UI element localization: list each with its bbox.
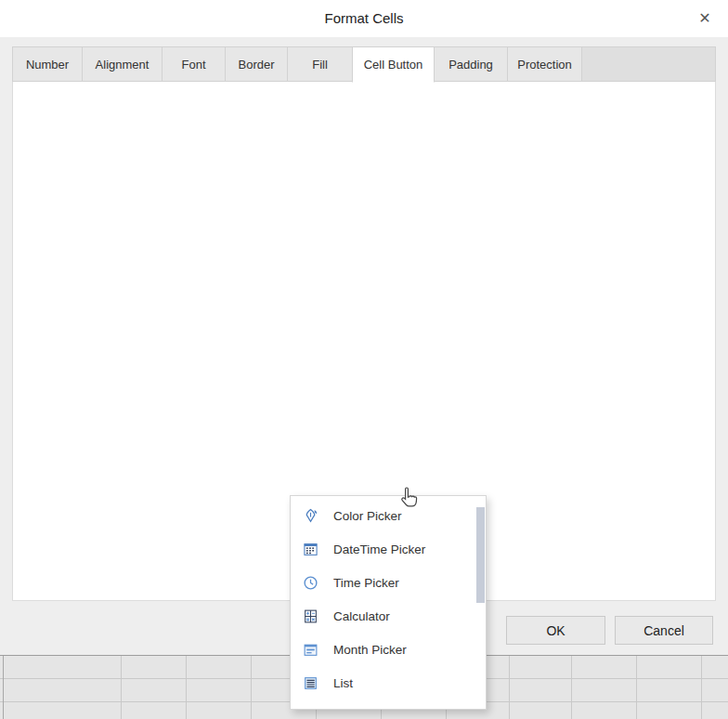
format-cells-dialog: Format Cells ✕ Number Alignment Font Bor… bbox=[0, 0, 728, 719]
command-dropdown-popup: Color Picker DateTime Picker Time Picker bbox=[290, 495, 487, 710]
slider-icon bbox=[303, 709, 318, 711]
dialog-title: Format Cells bbox=[0, 0, 728, 37]
time-picker-icon bbox=[303, 575, 318, 591]
grid-column-line bbox=[636, 656, 637, 719]
tab-fill[interactable]: Fill bbox=[287, 46, 353, 82]
dropdown-item-label: Slider bbox=[333, 710, 366, 711]
tab-protection[interactable]: Protection bbox=[507, 46, 582, 82]
cancel-button[interactable]: Cancel bbox=[615, 616, 713, 645]
dropdown-item-label: DateTime Picker bbox=[333, 543, 425, 556]
tab-strip: Number Alignment Font Border Fill Cell B… bbox=[12, 46, 716, 82]
grid-column-line bbox=[251, 656, 252, 719]
grid-column-line bbox=[571, 656, 572, 719]
calculator-icon bbox=[303, 608, 318, 624]
color-picker-icon bbox=[303, 508, 318, 524]
dropdown-item-time-picker[interactable]: Time Picker bbox=[291, 566, 486, 599]
month-picker-icon bbox=[303, 642, 318, 658]
grid-column-line bbox=[121, 656, 122, 719]
dropdown-item-label: Month Picker bbox=[333, 643, 407, 657]
tab-border[interactable]: Border bbox=[225, 46, 288, 82]
tab-number[interactable]: Number bbox=[12, 46, 83, 82]
tab-cell-button[interactable]: Cell Button bbox=[352, 46, 435, 83]
dropdown-item-list[interactable]: List bbox=[291, 666, 486, 699]
dropdown-item-label: Calculator bbox=[333, 609, 390, 623]
hand-cursor-icon bbox=[398, 486, 421, 512]
dropdown-item-datetime-picker[interactable]: DateTime Picker bbox=[291, 532, 486, 566]
grid-column-line bbox=[3, 656, 4, 719]
grid-column-line bbox=[186, 656, 187, 719]
grid-column-line bbox=[701, 656, 702, 719]
close-icon[interactable]: ✕ bbox=[693, 7, 717, 30]
tab-alignment[interactable]: Alignment bbox=[82, 46, 162, 82]
list-icon bbox=[303, 675, 318, 691]
dropdown-item-label: Time Picker bbox=[333, 576, 399, 590]
dropdown-item-label: Color Picker bbox=[333, 509, 402, 523]
tab-font[interactable]: Font bbox=[162, 46, 226, 82]
tab-padding[interactable]: Padding bbox=[434, 46, 508, 82]
dropdown-item-month-picker[interactable]: Month Picker bbox=[291, 633, 486, 666]
dialog-titlebar: Format Cells ✕ bbox=[0, 0, 728, 37]
popup-scrollbar-thumb[interactable] bbox=[476, 507, 485, 603]
datetime-picker-icon bbox=[303, 542, 318, 557]
dropdown-item-label: List bbox=[333, 676, 353, 690]
ok-button[interactable]: OK bbox=[506, 616, 605, 645]
dropdown-item-calculator[interactable]: Calculator bbox=[291, 599, 486, 633]
grid-column-line bbox=[509, 656, 510, 719]
dropdown-item-color-picker[interactable]: Color Picker bbox=[291, 499, 486, 532]
dropdown-item-slider[interactable]: Slider bbox=[291, 699, 486, 710]
tab-strip-filler bbox=[581, 46, 716, 82]
